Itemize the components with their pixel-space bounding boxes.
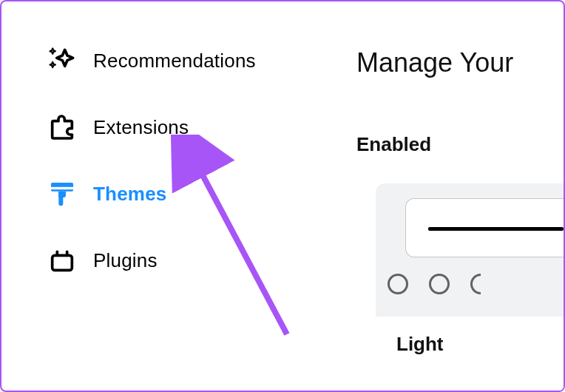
theme-preview-line: [428, 227, 564, 231]
page-title: Manage Your: [356, 47, 513, 78]
sidebar-item-label: Extensions: [93, 116, 189, 139]
sidebar-item-plugins[interactable]: Plugins: [46, 244, 256, 277]
theme-card-label: Light: [396, 333, 444, 355]
swatch-circle[interactable]: [388, 274, 408, 294]
swatch-circle[interactable]: [429, 274, 450, 294]
section-enabled-title: Enabled: [356, 133, 431, 156]
sidebar-item-label: Themes: [93, 183, 166, 206]
theme-color-swatches: [388, 274, 481, 294]
sidebar-item-label: Plugins: [93, 249, 158, 272]
sidebar-item-label: Recommendations: [93, 50, 256, 72]
svg-rect-1: [53, 255, 72, 270]
plug-icon: [46, 244, 78, 277]
svg-rect-0: [51, 187, 73, 189]
swatch-circle[interactable]: [470, 274, 481, 294]
theme-preview-window: [405, 198, 564, 257]
puzzle-icon: [46, 111, 78, 143]
sidebar: Recommendations Extensions Themes: [46, 44, 256, 277]
theme-card-light[interactable]: Light: [376, 183, 564, 391]
sidebar-item-extensions[interactable]: Extensions: [46, 111, 256, 143]
main-content: Manage Your Enabled Light: [356, 1, 564, 391]
sidebar-item-themes[interactable]: Themes: [46, 178, 256, 210]
sidebar-item-recommendations[interactable]: Recommendations: [46, 44, 256, 77]
sparkles-icon: [46, 44, 78, 77]
theme-card-footer: Light: [376, 317, 564, 391]
brush-icon: [46, 178, 78, 210]
